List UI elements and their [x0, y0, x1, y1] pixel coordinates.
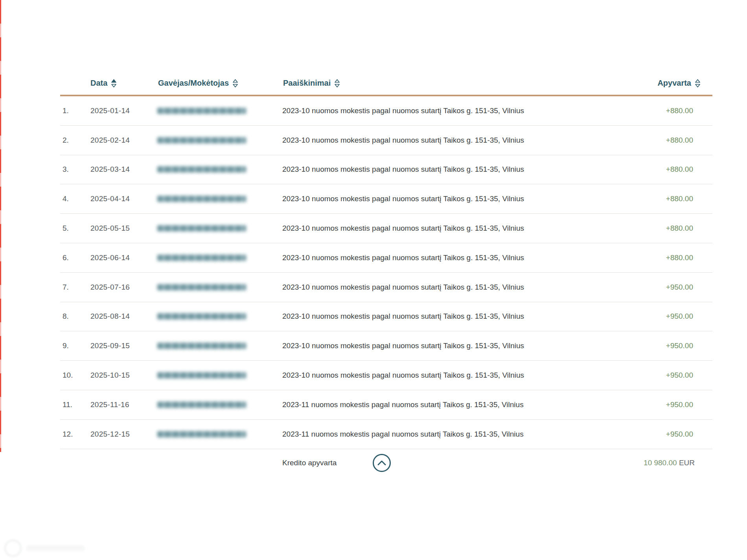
transaction-description: 2023-10 nuomos mokestis pagal nuomos sut… — [282, 195, 594, 203]
row-number: 7. — [60, 283, 90, 292]
sort-arrows-icon — [695, 79, 701, 88]
transaction-date: 2025-02-14 — [90, 136, 157, 145]
transaction-date: 2025-09-15 — [90, 342, 157, 350]
transaction-amount: +880.00 — [594, 136, 712, 145]
table-row: 5. 2025-05-15 2023-10 nuomos mokestis pa… — [60, 214, 712, 243]
row-number: 9. — [60, 342, 90, 350]
transaction-description: 2023-10 nuomos mokestis pagal nuomos sut… — [282, 283, 594, 292]
transaction-date: 2025-04-14 — [90, 195, 157, 203]
payer-cell — [157, 313, 282, 319]
column-header-data[interactable]: Data — [90, 79, 157, 88]
row-number: 4. — [60, 195, 90, 203]
payer-redacted-blur — [157, 166, 246, 173]
transaction-date: 2025-01-14 — [90, 106, 157, 115]
row-number: 11. — [60, 400, 90, 409]
column-header-description[interactable]: Paaiškinimai — [282, 79, 594, 88]
payer-redacted-blur — [157, 402, 246, 408]
transaction-date: 2025-03-14 — [90, 165, 157, 174]
transaction-amount: +880.00 — [594, 224, 712, 233]
transaction-description: 2023-11 nuomos mokestis pagal nuomos sut… — [282, 430, 594, 439]
transaction-date: 2025-11-16 — [90, 400, 157, 409]
transaction-description: 2023-10 nuomos mokestis pagal nuomos sut… — [282, 136, 594, 145]
transaction-amount: +950.00 — [594, 283, 712, 292]
table-row: 7. 2025-07-16 2023-10 nuomos mokestis pa… — [60, 273, 712, 302]
payer-redacted-blur — [157, 343, 246, 349]
payer-cell — [157, 372, 282, 378]
chevron-up-icon — [377, 460, 386, 466]
transaction-amount: +880.00 — [594, 165, 712, 174]
transaction-description: 2023-10 nuomos mokestis pagal nuomos sut… — [282, 342, 594, 350]
transaction-amount: +950.00 — [594, 342, 712, 350]
transaction-description: 2023-10 nuomos mokestis pagal nuomos sut… — [282, 165, 594, 174]
sort-arrows-icon — [111, 79, 117, 88]
screen-edge-artifact — [0, 0, 1, 452]
table-row: 6. 2025-06-14 2023-10 nuomos mokestis pa… — [60, 243, 712, 273]
payer-redacted-blur — [157, 108, 246, 114]
sort-arrows-icon — [334, 79, 340, 88]
payer-cell — [157, 166, 282, 173]
transaction-amount: +950.00 — [594, 400, 712, 409]
table-row: 1. 2025-01-14 2023-10 nuomos mokestis pa… — [60, 96, 712, 126]
payer-cell — [157, 402, 282, 408]
row-number: 1. — [60, 106, 90, 115]
column-header-payer[interactable]: Gavėjas/Mokėtojas — [157, 79, 282, 88]
transaction-amount: +950.00 — [594, 430, 712, 439]
payer-redacted-blur — [157, 284, 246, 290]
transaction-amount: +880.00 — [594, 195, 712, 203]
transaction-amount: +950.00 — [594, 312, 712, 321]
currency-label: EUR — [679, 459, 695, 467]
row-number: 6. — [60, 253, 90, 262]
transaction-amount: +880.00 — [594, 106, 712, 115]
transaction-description: 2023-10 nuomos mokestis pagal nuomos sut… — [282, 106, 594, 115]
table-header-row: Data Gavėjas/Mokėtojas Paaiškinimai Apyv… — [60, 72, 712, 96]
column-header-label: Data — [90, 79, 107, 88]
row-number: 12. — [60, 430, 90, 439]
row-number: 10. — [60, 371, 90, 380]
row-number: 5. — [60, 224, 90, 233]
transaction-date: 2025-07-16 — [90, 283, 157, 292]
table-row: 10. 2025-10-15 2023-10 nuomos mokestis p… — [60, 361, 712, 390]
total-amount: 10 980.00 — [644, 459, 677, 467]
table-row: 11. 2025-11-16 2023-11 nuomos mokestis p… — [60, 390, 712, 420]
transaction-amount: +950.00 — [594, 371, 712, 380]
transactions-table: Data Gavėjas/Mokėtojas Paaiškinimai Apyv… — [60, 72, 712, 477]
transaction-date: 2025-12-15 — [90, 430, 157, 439]
column-header-label: Paaiškinimai — [283, 79, 331, 88]
table-row: 2. 2025-02-14 2023-10 nuomos mokestis pa… — [60, 126, 712, 155]
transaction-description: 2023-11 nuomos mokestis pagal nuomos sut… — [282, 400, 594, 409]
collapse-button[interactable] — [373, 454, 391, 472]
payer-cell — [157, 196, 282, 202]
payer-redacted-blur — [157, 372, 246, 378]
watermark — [4, 540, 90, 557]
payer-cell — [157, 255, 282, 261]
table-row: 12. 2025-12-15 2023-11 nuomos mokestis p… — [60, 420, 712, 449]
payer-redacted-blur — [157, 196, 246, 202]
transaction-date: 2025-05-15 — [90, 224, 157, 233]
payer-redacted-blur — [157, 137, 246, 143]
row-number: 2. — [60, 136, 90, 145]
payer-redacted-blur — [157, 225, 246, 231]
payer-cell — [157, 137, 282, 143]
footer-summary-cell: Kredito apyvarta — [282, 454, 594, 472]
payer-redacted-blur — [157, 313, 246, 319]
row-number: 3. — [60, 165, 90, 174]
table-row: 3. 2025-03-14 2023-10 nuomos mokestis pa… — [60, 155, 712, 185]
table-body: 1. 2025-01-14 2023-10 nuomos mokestis pa… — [60, 96, 712, 449]
transaction-date: 2025-08-14 — [90, 312, 157, 321]
transaction-description: 2023-10 nuomos mokestis pagal nuomos sut… — [282, 312, 594, 321]
credit-turnover-total: 10 980.00 EUR — [594, 459, 712, 467]
transaction-date: 2025-06-14 — [90, 253, 157, 262]
transaction-description: 2023-10 nuomos mokestis pagal nuomos sut… — [282, 253, 594, 262]
table-footer-row: Kredito apyvarta 10 980.00 EUR — [60, 449, 712, 477]
column-header-amount[interactable]: Apyvarta — [594, 79, 712, 88]
payer-cell — [157, 343, 282, 349]
table-row: 4. 2025-04-14 2023-10 nuomos mokestis pa… — [60, 184, 712, 214]
column-header-label: Gavėjas/Mokėtojas — [158, 79, 229, 88]
transaction-date: 2025-10-15 — [90, 371, 157, 380]
table-row: 8. 2025-08-14 2023-10 nuomos mokestis pa… — [60, 302, 712, 332]
payer-cell — [157, 284, 282, 290]
payer-cell — [157, 108, 282, 114]
payer-redacted-blur — [157, 431, 246, 437]
credit-turnover-label: Kredito apyvarta — [282, 459, 337, 467]
table-row: 9. 2025-09-15 2023-10 nuomos mokestis pa… — [60, 331, 712, 361]
